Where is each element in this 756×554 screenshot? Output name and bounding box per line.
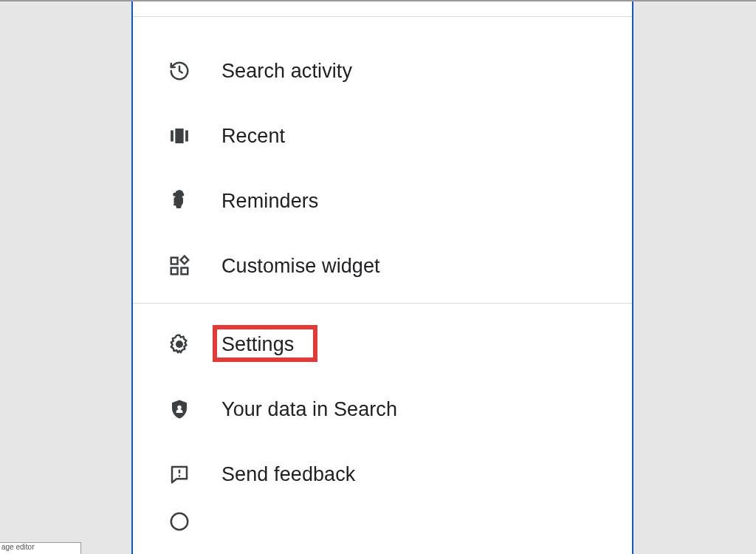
- menu-item-send-feedback[interactable]: Send feedback: [133, 442, 632, 507]
- menu-item-customise-widget[interactable]: Customise widget: [133, 233, 632, 298]
- menu-item-settings[interactable]: Settings: [133, 312, 632, 377]
- svg-rect-10: [181, 256, 189, 264]
- svg-rect-6: [178, 199, 182, 209]
- menu-panel: Search activity Recent: [131, 1, 633, 554]
- menu-item-label: Send feedback: [221, 463, 355, 486]
- menu-item-label: Recent: [221, 125, 285, 148]
- menu-item-recent[interactable]: Recent: [133, 103, 632, 168]
- svg-point-14: [179, 475, 181, 477]
- divider: [133, 303, 632, 304]
- privacy-shield-icon: [168, 398, 190, 420]
- menu-item-label: Settings: [221, 333, 294, 356]
- menu-item-search-activity[interactable]: Search activity: [133, 38, 632, 103]
- svg-point-15: [171, 513, 188, 530]
- menu-item-label: Reminders: [221, 190, 318, 213]
- svg-point-3: [176, 191, 179, 194]
- menu-group-2: Settings Your data in Search: [133, 312, 632, 536]
- menu-item-reminders[interactable]: Reminders: [133, 168, 632, 233]
- menu-item-your-data-in-search[interactable]: Your data in Search: [133, 377, 632, 442]
- svg-rect-0: [171, 131, 173, 142]
- svg-point-12: [177, 406, 182, 410]
- svg-rect-1: [175, 129, 183, 143]
- svg-rect-8: [171, 268, 178, 275]
- svg-rect-2: [185, 131, 188, 142]
- help-icon: [168, 510, 190, 533]
- menu-item-label: Customise widget: [221, 255, 380, 278]
- menu-group-1: Search activity Recent: [133, 38, 632, 298]
- gear-icon: [168, 333, 190, 355]
- menu-item-label: Your data in Search: [221, 398, 397, 421]
- svg-point-11: [176, 341, 182, 347]
- status-bar-snippet: age editor: [0, 542, 81, 554]
- feedback-icon: [168, 463, 190, 485]
- reminder-finger-icon: [168, 190, 190, 212]
- menu-item-partial[interactable]: x: [133, 507, 632, 536]
- svg-rect-9: [182, 268, 188, 275]
- divider: [133, 16, 632, 17]
- carousel-icon: [168, 125, 190, 147]
- svg-point-4: [179, 191, 183, 194]
- svg-rect-7: [171, 258, 178, 264]
- menu-item-label: Search activity: [221, 60, 352, 83]
- history-icon: [168, 60, 190, 82]
- widgets-icon: [168, 255, 190, 277]
